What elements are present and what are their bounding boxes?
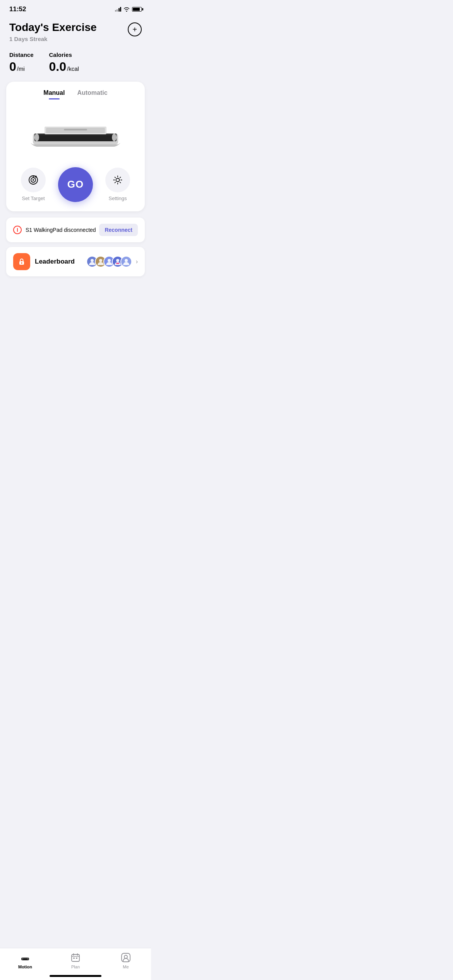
svg-point-18	[116, 259, 119, 262]
gear-icon	[113, 175, 123, 185]
disconnect-banner: S1 WalkingPad disconnected Reconnect	[6, 218, 145, 242]
svg-point-10	[33, 179, 34, 181]
leaderboard-left: Leaderboard	[13, 253, 75, 270]
status-time: 11:52	[9, 5, 26, 13]
status-icons	[115, 7, 142, 12]
svg-point-15	[91, 259, 94, 262]
tab-automatic[interactable]: Automatic	[77, 89, 107, 99]
reconnect-button[interactable]: Reconnect	[99, 224, 138, 236]
streak-label: Days Streak	[14, 36, 48, 42]
badge-icon	[17, 257, 27, 267]
avatar-5	[120, 256, 132, 267]
svg-rect-7	[64, 129, 87, 130]
distance-unit: /mi	[17, 65, 25, 72]
calories-stat: Calories 0.0 /kcal	[49, 51, 79, 74]
svg-rect-14	[21, 262, 22, 264]
settings-label: Settings	[109, 195, 127, 201]
leaderboard-row[interactable]: Leaderboard	[6, 247, 145, 276]
tab-manual[interactable]: Manual	[43, 89, 65, 99]
disconnect-message: S1 WalkingPad disconnected	[26, 227, 96, 233]
svg-point-17	[108, 259, 111, 262]
wifi-icon	[124, 7, 130, 12]
distance-stat: Distance 0 /mi	[9, 51, 34, 74]
svg-point-3	[34, 134, 39, 141]
distance-number: 0	[9, 60, 16, 74]
disconnect-info: S1 WalkingPad disconnected	[13, 226, 96, 234]
mode-tabs: Manual Automatic	[6, 82, 145, 99]
calories-value-row: 0.0 /kcal	[49, 60, 79, 74]
calories-unit: /kcal	[67, 65, 79, 72]
svg-point-4	[112, 134, 117, 141]
header: Today's Exercise 1 Days Streak +	[0, 16, 151, 45]
target-icon	[28, 175, 39, 185]
plus-icon: +	[132, 26, 137, 33]
svg-point-12	[116, 178, 120, 182]
distance-label: Distance	[9, 51, 34, 58]
add-exercise-button[interactable]: +	[128, 22, 142, 36]
treadmill-svg	[25, 115, 126, 152]
avatar-stack	[86, 256, 132, 267]
svg-point-16	[99, 259, 102, 262]
avatar-person5-icon	[121, 257, 131, 267]
set-target-label: Set Target	[22, 195, 45, 201]
streak-info: 1 Days Streak	[9, 36, 97, 42]
calories-label: Calories	[49, 51, 79, 58]
status-bar: 11:52	[0, 0, 151, 16]
signal-icon	[115, 7, 122, 12]
svg-point-20	[125, 259, 128, 262]
set-target-button[interactable]: Set Target	[21, 168, 46, 201]
stats-row: Distance 0 /mi Calories 0.0 /kcal	[0, 45, 151, 82]
main-exercise-card: Manual Automatic	[6, 82, 145, 211]
go-label: GO	[67, 178, 84, 190]
go-button[interactable]: GO	[58, 167, 93, 202]
settings-button[interactable]: Settings	[105, 168, 130, 201]
chevron-right-icon: ›	[136, 258, 138, 265]
streak-count: 1	[9, 36, 12, 42]
settings-circle	[105, 168, 130, 192]
leaderboard-title: Leaderboard	[35, 258, 75, 266]
leaderboard-icon	[13, 253, 30, 270]
battery-icon	[132, 7, 142, 12]
exercise-controls: Set Target GO Settings	[6, 167, 145, 202]
warning-icon	[13, 226, 22, 234]
distance-value-row: 0 /mi	[9, 60, 34, 74]
calories-number: 0.0	[49, 60, 66, 74]
leaderboard-right: ›	[86, 256, 138, 267]
set-target-circle	[21, 168, 46, 192]
svg-rect-19	[116, 263, 119, 264]
treadmill-illustration	[6, 99, 145, 167]
page-title: Today's Exercise	[9, 21, 97, 34]
